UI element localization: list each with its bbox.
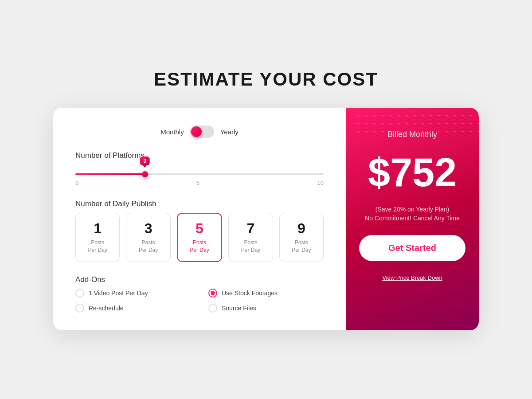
post-number-1: 1	[94, 221, 102, 236]
addon-text-reschedule: Re-schedule	[89, 305, 124, 312]
page-title: ESTIMATE YOUR COST	[154, 69, 378, 90]
billed-label: Billed Monthly	[387, 130, 437, 139]
calculator-card: Monthly Yearly Number of Platforms 3 0 5…	[53, 108, 479, 330]
post-number-3: 3	[145, 221, 153, 236]
left-panel: Monthly Yearly Number of Platforms 3 0 5…	[53, 108, 346, 330]
addons-grid: 1 Video Post Per Day Use Stock Footages …	[75, 289, 324, 313]
addon-video[interactable]: 1 Video Post Per Day	[75, 289, 191, 297]
addon-source[interactable]: Source Files	[208, 304, 324, 313]
addon-text-video: 1 Video Post Per Day	[89, 289, 148, 297]
addon-radio-source[interactable]	[208, 304, 217, 313]
post-label-7: PostsPer Day	[241, 239, 260, 254]
slider-labels: 0 5 10	[75, 180, 324, 186]
post-number-7: 7	[247, 221, 255, 236]
billing-toggle: Monthly Yearly	[75, 125, 324, 138]
toggle-thumb	[191, 126, 202, 137]
posts-section: Number of Daily Publish 1 PostsPer Day 3…	[75, 200, 324, 262]
post-card-9[interactable]: 9 PostsPer Day	[279, 213, 324, 262]
post-card-7[interactable]: 7 PostsPer Day	[228, 213, 273, 262]
post-number-9: 9	[297, 221, 305, 236]
monthly-label: Monthly	[160, 128, 184, 136]
save-text: (Save 20% on Yearly Plan)	[365, 206, 460, 213]
addon-radio-stock[interactable]	[208, 289, 217, 297]
post-card-3[interactable]: 3 PostsPer Day	[126, 213, 170, 262]
slider-mid-label: 5	[196, 180, 200, 186]
addon-text-source: Source Files	[222, 305, 256, 312]
post-number-5: 5	[196, 221, 203, 236]
addon-radio-reschedule[interactable]	[75, 304, 84, 313]
get-started-button[interactable]: Get Started	[359, 235, 466, 261]
post-card-1[interactable]: 1 PostsPer Day	[75, 213, 120, 262]
slider-fill	[75, 173, 145, 175]
billing-toggle-track[interactable]	[190, 125, 214, 138]
addon-text-stock: Use Stock Footages	[222, 289, 278, 297]
post-label-5: PostsPer Day	[190, 239, 209, 254]
platforms-slider-container: 3 0 5 10	[75, 173, 324, 186]
addons-section: Add-Ons 1 Video Post Per Day Use Stock F…	[75, 275, 324, 313]
price-display: $752	[368, 153, 457, 192]
right-content: Billed Monthly $752 (Save 20% on Yearly …	[359, 130, 466, 281]
price-notes: (Save 20% on Yearly Plan) No Commitment!…	[365, 206, 460, 222]
post-card-5[interactable]: 5 PostsPer Day	[177, 213, 222, 262]
posts-grid: 1 PostsPer Day 3 PostsPer Day 5 PostsPer…	[75, 213, 324, 262]
addon-radio-video[interactable]	[75, 289, 84, 297]
slider-bubble: 3	[140, 156, 150, 165]
slider-min-label: 0	[75, 180, 78, 186]
addons-label: Add-Ons	[75, 275, 324, 284]
yearly-label: Yearly	[220, 128, 239, 136]
view-breakdown-link[interactable]: View Price Break Down	[382, 274, 442, 281]
post-label-1: PostsPer Day	[88, 239, 107, 254]
post-label-9: PostsPer Day	[292, 239, 311, 254]
platforms-section: Number of Platforms 3 0 5 10	[75, 151, 324, 186]
daily-publish-label: Number of Daily Publish	[75, 200, 324, 208]
addon-reschedule[interactable]: Re-schedule	[75, 304, 191, 313]
cancel-text: No Commitment! Cancel Any Time	[365, 215, 460, 222]
post-label-3: PostsPer Day	[139, 239, 158, 254]
platforms-label: Number of Platforms	[75, 151, 324, 160]
addon-stock[interactable]: Use Stock Footages	[208, 289, 324, 297]
slider-thumb[interactable]	[142, 171, 148, 177]
right-panel: Billed Monthly $752 (Save 20% on Yearly …	[346, 108, 479, 330]
slider-max-label: 10	[317, 180, 324, 186]
slider-track	[75, 173, 324, 175]
